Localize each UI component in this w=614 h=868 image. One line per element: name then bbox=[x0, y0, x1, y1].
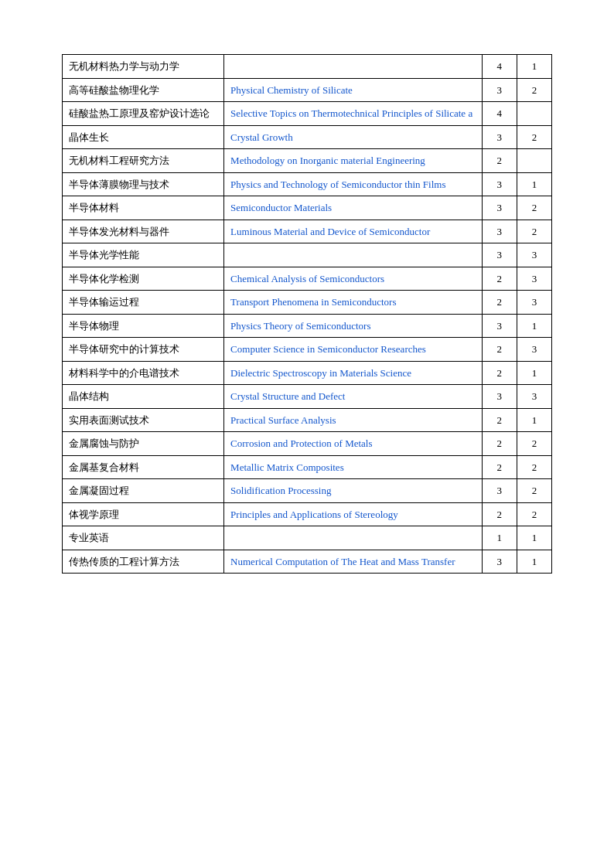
course-english-name: Physics and Technology of Semiconductor … bbox=[224, 172, 482, 196]
course-english-name bbox=[224, 526, 482, 550]
course-semester: 1 bbox=[517, 361, 551, 385]
course-english-name: Physics Theory of Semiconductors bbox=[224, 314, 482, 338]
course-chinese-name: 半导体发光材料与器件 bbox=[63, 220, 224, 243]
course-english-name: Dielectric Spectroscopy in Materials Sci… bbox=[224, 361, 482, 385]
course-chinese-name: 晶体结构 bbox=[63, 385, 224, 409]
table-row: 半导体输运过程Transport Phenomena in Semiconduc… bbox=[63, 291, 552, 315]
course-english-name: Selective Topics on Thermotechnical Prin… bbox=[224, 102, 482, 126]
course-chinese-name: 无机材料热力学与动力学 bbox=[63, 55, 224, 79]
course-credit: 3 bbox=[482, 385, 517, 409]
course-credit: 4 bbox=[482, 55, 517, 79]
course-credit: 3 bbox=[482, 314, 517, 338]
table-row: 半导体光学性能33 bbox=[63, 243, 552, 267]
course-chinese-name: 金属腐蚀与防护 bbox=[63, 432, 224, 456]
course-chinese-name: 无机材料工程研究方法 bbox=[63, 149, 224, 173]
table-row: 体视学原理Principles and Applications of Ster… bbox=[63, 502, 552, 526]
course-credit: 2 bbox=[482, 267, 517, 291]
course-credit: 2 bbox=[482, 338, 517, 362]
table-row: 金属基复合材料Metallic Matrix Composites22 bbox=[63, 455, 552, 479]
table-row: 晶体生长Crystal Growth32 bbox=[63, 125, 552, 149]
course-credit: 3 bbox=[482, 550, 517, 574]
course-credit: 3 bbox=[482, 125, 517, 149]
course-english-name: Transport Phenomena in Semiconductors bbox=[224, 291, 482, 315]
course-chinese-name: 半导体薄膜物理与技术 bbox=[63, 172, 224, 196]
course-english-name: Semiconductor Materials bbox=[224, 196, 482, 220]
course-chinese-name: 硅酸盐热工原理及窑炉设计选论 bbox=[63, 102, 224, 126]
course-english-name: Numerical Computation of The Heat and Ma… bbox=[224, 550, 482, 574]
course-english-name: Solidification Processing bbox=[224, 479, 482, 503]
course-credit: 3 bbox=[482, 220, 517, 243]
course-credit: 3 bbox=[482, 479, 517, 503]
course-semester: 2 bbox=[517, 196, 551, 220]
course-english-name: Methodology on Inorganic material Engine… bbox=[224, 149, 482, 173]
table-row: 无机材料工程研究方法Methodology on Inorganic mater… bbox=[63, 149, 552, 173]
course-credit: 3 bbox=[482, 196, 517, 220]
table-row: 高等硅酸盐物理化学Physical Chemistry of Silicate3… bbox=[63, 78, 552, 102]
course-credit: 2 bbox=[482, 455, 517, 479]
course-english-name bbox=[224, 55, 482, 79]
course-semester: 2 bbox=[517, 455, 551, 479]
course-semester bbox=[517, 149, 551, 173]
course-semester: 2 bbox=[517, 502, 551, 526]
course-credit: 1 bbox=[482, 526, 517, 550]
course-semester: 1 bbox=[517, 526, 551, 550]
table-row: 半导体物理Physics Theory of Semiconductors31 bbox=[63, 314, 552, 338]
table-row: 半导体研究中的计算技术Computer Science in Semicondu… bbox=[63, 338, 552, 362]
course-chinese-name: 实用表面测试技术 bbox=[63, 408, 224, 432]
course-semester: 3 bbox=[517, 291, 551, 315]
course-chinese-name: 传热传质的工程计算方法 bbox=[63, 550, 224, 574]
table-row: 硅酸盐热工原理及窑炉设计选论Selective Topics on Thermo… bbox=[63, 102, 552, 126]
course-english-name: Computer Science in Semiconductor Resear… bbox=[224, 338, 482, 362]
course-semester: 3 bbox=[517, 243, 551, 267]
course-chinese-name: 高等硅酸盐物理化学 bbox=[63, 78, 224, 102]
course-semester: 2 bbox=[517, 432, 551, 456]
course-credit: 3 bbox=[482, 243, 517, 267]
course-english-name: Luminous Material and Device of Semicond… bbox=[224, 220, 482, 243]
course-english-name: Metallic Matrix Composites bbox=[224, 455, 482, 479]
course-credit: 3 bbox=[482, 172, 517, 196]
course-semester: 3 bbox=[517, 338, 551, 362]
course-chinese-name: 半导体物理 bbox=[63, 314, 224, 338]
course-english-name: Crystal Structure and Defect bbox=[224, 385, 482, 409]
course-chinese-name: 金属基复合材料 bbox=[63, 455, 224, 479]
course-semester: 2 bbox=[517, 220, 551, 243]
course-semester: 3 bbox=[517, 385, 551, 409]
course-semester: 1 bbox=[517, 172, 551, 196]
course-credit: 2 bbox=[482, 502, 517, 526]
table-row: 半导体薄膜物理与技术Physics and Technology of Semi… bbox=[63, 172, 552, 196]
table-row: 无机材料热力学与动力学41 bbox=[63, 55, 552, 79]
course-chinese-name: 体视学原理 bbox=[63, 502, 224, 526]
course-credit: 2 bbox=[482, 361, 517, 385]
course-semester: 1 bbox=[517, 408, 551, 432]
course-english-name: Principles and Applications of Stereolog… bbox=[224, 502, 482, 526]
course-semester: 3 bbox=[517, 267, 551, 291]
course-english-name: Crystal Growth bbox=[224, 125, 482, 149]
course-english-name: Corrosion and Protection of Metals bbox=[224, 432, 482, 456]
course-chinese-name: 材料科学中的介电谱技术 bbox=[63, 361, 224, 385]
course-english-name bbox=[224, 243, 482, 267]
course-credit: 2 bbox=[482, 149, 517, 173]
table-row: 半导体化学检测Chemical Analysis of Semiconducto… bbox=[63, 267, 552, 291]
table-row: 晶体结构Crystal Structure and Defect33 bbox=[63, 385, 552, 409]
table-row: 金属凝固过程Solidification Processing32 bbox=[63, 479, 552, 503]
course-chinese-name: 专业英语 bbox=[63, 526, 224, 550]
course-english-name: Practical Surface Analysis bbox=[224, 408, 482, 432]
table-row: 实用表面测试技术Practical Surface Analysis21 bbox=[63, 408, 552, 432]
course-chinese-name: 半导体研究中的计算技术 bbox=[63, 338, 224, 362]
course-semester: 1 bbox=[517, 550, 551, 574]
course-semester: 1 bbox=[517, 314, 551, 338]
course-credit: 2 bbox=[482, 291, 517, 315]
course-chinese-name: 晶体生长 bbox=[63, 125, 224, 149]
course-credit: 2 bbox=[482, 408, 517, 432]
course-chinese-name: 半导体材料 bbox=[63, 196, 224, 220]
course-semester: 2 bbox=[517, 78, 551, 102]
course-english-name: Chemical Analysis of Semiconductors bbox=[224, 267, 482, 291]
course-semester: 2 bbox=[517, 479, 551, 503]
course-credit: 2 bbox=[482, 432, 517, 456]
course-semester: 2 bbox=[517, 125, 551, 149]
table-row: 专业英语11 bbox=[63, 526, 552, 550]
course-credit: 4 bbox=[482, 102, 517, 126]
course-semester bbox=[517, 102, 551, 126]
table-row: 材料科学中的介电谱技术Dielectric Spectroscopy in Ma… bbox=[63, 361, 552, 385]
table-row: 金属腐蚀与防护Corrosion and Protection of Metal… bbox=[63, 432, 552, 456]
